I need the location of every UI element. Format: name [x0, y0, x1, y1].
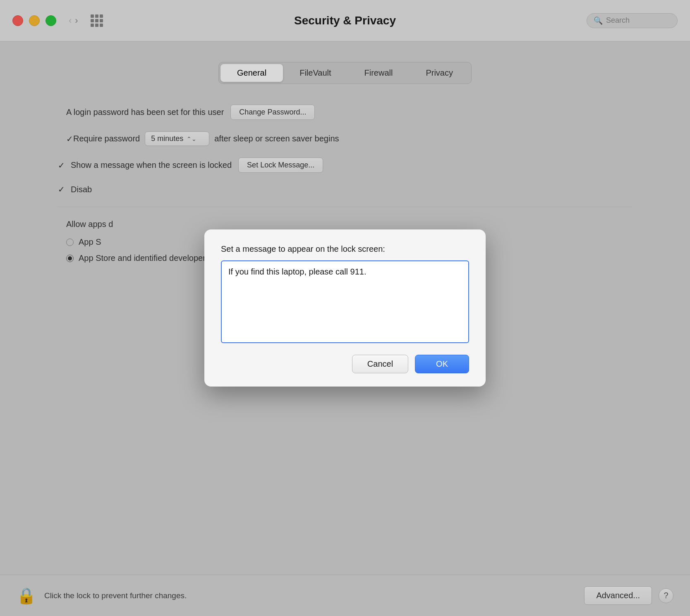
- lock-message-textarea[interactable]: If you find this laptop, please call 911…: [221, 260, 469, 343]
- modal-buttons: Cancel OK: [221, 355, 469, 373]
- modal-overlay: Set a message to appear on the lock scre…: [0, 0, 690, 616]
- lock-message-modal: Set a message to appear on the lock scre…: [204, 229, 486, 387]
- modal-label-text: Set a message to appear on the lock scre…: [221, 244, 469, 254]
- modal-ok-button[interactable]: OK: [415, 355, 469, 373]
- modal-cancel-button[interactable]: Cancel: [352, 355, 408, 373]
